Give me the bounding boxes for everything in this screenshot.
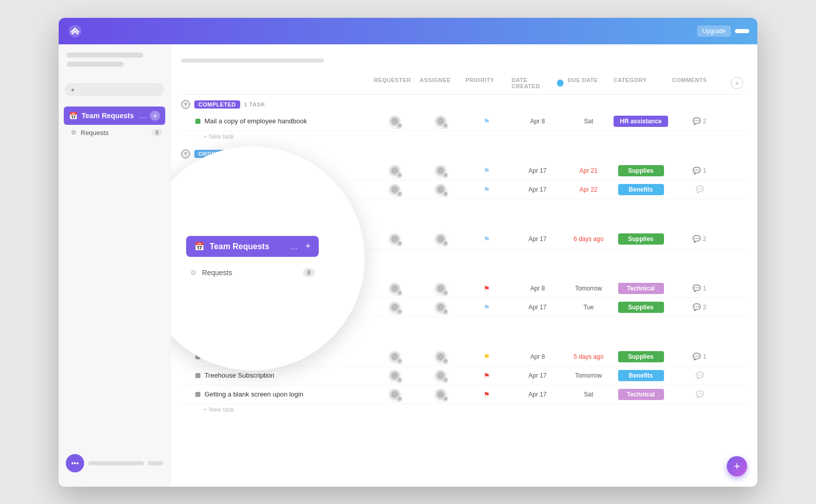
priority-flag: ⚑ <box>483 353 490 361</box>
assignee-cell: ⚙ <box>418 388 464 401</box>
comment-icon: 💬 <box>696 185 704 193</box>
comments-cell: 💬1 <box>670 284 729 292</box>
circle-dots[interactable]: … <box>290 242 298 251</box>
col-header-requester: REQUESTER <box>372 75 418 91</box>
due-date-cell: 6 days ago <box>566 235 611 243</box>
category-badge: Supplies <box>618 165 664 176</box>
task-name: Getting a blank screen upon login <box>205 390 303 398</box>
comment-icon: 💬 <box>693 353 701 360</box>
priority-cell: ⚑ <box>464 117 509 125</box>
assignee-avatar: ⚙ <box>434 301 447 314</box>
sidebar-bottom: ••• <box>59 448 170 479</box>
comments-cell: 💬 <box>670 372 729 379</box>
priority-cell: ⚑ <box>464 284 509 293</box>
date-created-cell: Apr 8 <box>509 118 566 125</box>
gear-icon: ⚙ <box>442 396 448 402</box>
due-date-cell: Tomorrow <box>566 372 611 379</box>
assignee-avatar: ⚙ <box>434 232 447 246</box>
requester-avatar: ⚙ <box>388 350 401 363</box>
more-options-button[interactable]: … <box>139 111 147 120</box>
comment-count: 2 <box>703 304 706 311</box>
priority-cell: ⚑ <box>464 167 509 175</box>
add-column-button[interactable]: + <box>731 77 743 89</box>
priority-cell: ⚑ <box>464 372 509 380</box>
category-cell: Supplies <box>611 302 670 313</box>
comments-cell: 💬2 <box>670 235 729 243</box>
assignee-avatar: ⚙ <box>434 388 447 401</box>
requester-cell: ⚙ <box>372 232 418 246</box>
priority-flag: ⚑ <box>483 167 490 175</box>
new-task-button[interactable]: + New task <box>181 131 747 142</box>
gear-icon: ⚙ <box>442 191 448 197</box>
sidebar-sub-label: Requests <box>81 129 148 137</box>
task-name-cell: Mail a copy of employee handbook <box>195 117 372 125</box>
category-badge: Benefits <box>618 370 664 381</box>
priority-flag: ⚑ <box>483 185 490 194</box>
assignee-avatar: ⚙ <box>434 183 447 196</box>
requester-cell: ⚙ <box>372 164 418 177</box>
sidebar-item-requests[interactable]: ⚙ Requests 8 <box>59 125 170 141</box>
gear-icon: ⚙ <box>396 396 402 402</box>
requester-avatar: ⚙ <box>388 183 401 196</box>
table-row[interactable]: Mail a copy of employee handbook ⚙ ⚙ ⚑Ap… <box>181 112 747 131</box>
gear-icon: ⚙ <box>396 309 402 315</box>
due-date-cell: Tomorrow <box>566 285 611 292</box>
requester-avatar: ⚙ <box>388 301 401 314</box>
circle-plus[interactable]: + <box>305 241 311 252</box>
comment-count: 1 <box>703 353 706 360</box>
task-name-cell: Getting a blank screen upon login <box>195 390 372 398</box>
assignee-cell: ⚙ <box>418 164 464 177</box>
comment-count: 2 <box>703 118 706 125</box>
team-requests-label: Team Requests <box>82 112 135 120</box>
date-created-cell: Apr 8 <box>509 353 566 360</box>
priority-flag: ⚑ <box>483 372 490 380</box>
sidebar-search[interactable]: ● <box>65 83 164 96</box>
upgrade-button[interactable]: Upgrade <box>697 25 731 37</box>
top-bar: Upgrade <box>59 18 757 44</box>
col-header-date-created: DATE CREATED <box>509 75 566 91</box>
section-badge-completed: COMPLETED <box>194 100 240 109</box>
circle-sub-count: 8 <box>303 268 315 277</box>
category-cell: Technical <box>611 283 670 294</box>
requester-avatar: ⚙ <box>388 388 401 401</box>
comments-cell: 💬2 <box>670 303 729 311</box>
collapse-button-completed[interactable]: ▼ <box>181 100 190 109</box>
calendar-icon: 📅 <box>69 112 78 120</box>
gear-icon: ⚙ <box>396 358 402 364</box>
sort-indicator <box>557 79 564 87</box>
col-header-comments: COMMENTS <box>670 75 729 91</box>
task-color-indicator <box>195 392 200 397</box>
assignee-avatar: ⚙ <box>434 115 447 128</box>
top-action-button[interactable] <box>735 29 749 33</box>
assignee-cell: ⚙ <box>418 282 464 295</box>
circle-team-requests-item[interactable]: 📅 Team Requests … + <box>186 236 319 257</box>
collapse-button-ordered[interactable]: ▼ <box>181 149 190 158</box>
circle-sub-label: Requests <box>202 269 298 277</box>
date-created-cell: Apr 17 <box>509 304 566 311</box>
priority-cell: ⚑ <box>464 235 509 243</box>
skeleton-line <box>67 52 143 58</box>
sidebar-skeleton <box>59 52 170 71</box>
fab-add-button[interactable]: + <box>727 456 747 476</box>
col-header-category: CATEGORY <box>611 75 670 91</box>
table-row[interactable]: Getting a blank screen upon login ⚙ ⚙ ⚑A… <box>181 385 747 404</box>
new-task-button[interactable]: + New task <box>181 404 747 415</box>
comment-count: 1 <box>703 167 706 174</box>
circle-settings-icon: ⚙ <box>190 269 197 277</box>
category-badge: Supplies <box>618 351 664 362</box>
comments-cell: 💬2 <box>670 117 729 125</box>
circle-sub-item[interactable]: ⚙ Requests 8 <box>186 265 319 280</box>
sidebar-item-team-requests[interactable]: 📅 Team Requests … + <box>64 107 165 125</box>
sidebar: ● 📅 Team Requests … + ⚙ Requests 8 ••• <box>59 44 171 487</box>
requester-cell: ⚙ <box>372 369 418 382</box>
category-badge: Supplies <box>618 302 664 313</box>
requester-cell: ⚙ <box>372 388 418 401</box>
gear-icon: ⚙ <box>442 123 448 129</box>
gear-icon: ⚙ <box>396 377 402 383</box>
due-date-cell: Apr 21 <box>566 167 611 174</box>
col-header-add[interactable]: + <box>729 75 747 91</box>
add-item-button[interactable]: + <box>150 111 160 121</box>
comment-icon: 💬 <box>696 390 704 398</box>
chat-button[interactable]: ••• <box>66 454 84 472</box>
assignee-cell: ⚙ <box>418 301 464 314</box>
